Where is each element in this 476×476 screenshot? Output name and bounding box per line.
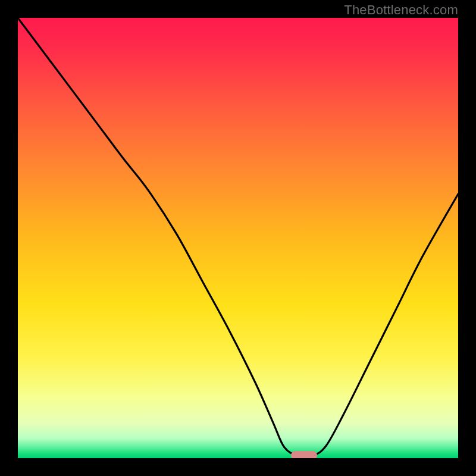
watermark-text: TheBottleneck.com bbox=[344, 2, 458, 18]
chart-frame: TheBottleneck.com bbox=[0, 0, 476, 476]
background-gradient bbox=[18, 18, 458, 458]
svg-rect-0 bbox=[18, 18, 458, 458]
optimal-marker bbox=[291, 451, 317, 458]
plot-area bbox=[18, 18, 458, 458]
